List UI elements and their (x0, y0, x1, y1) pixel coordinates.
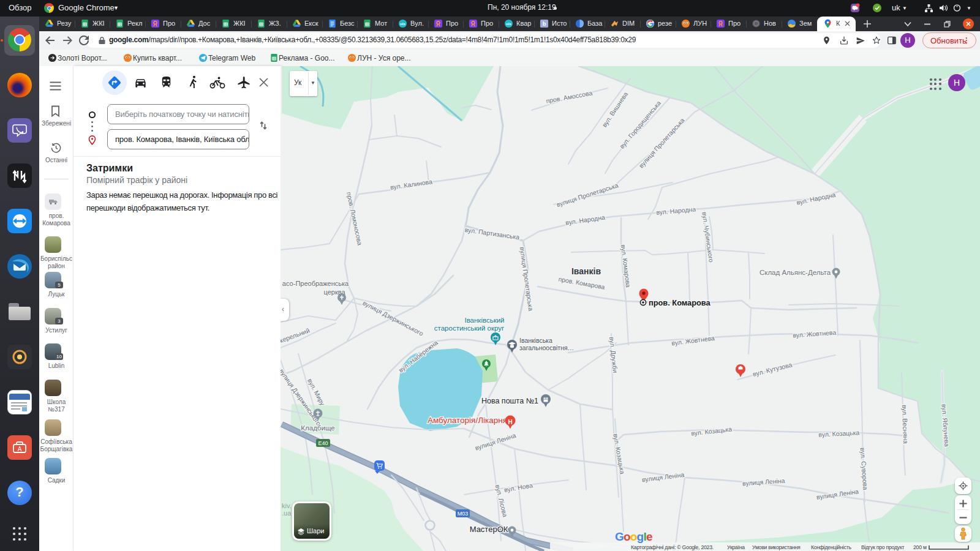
svg-text:A: A (18, 446, 22, 452)
svg-text:МастерОК: МастерОК (470, 525, 508, 534)
svg-text:E40: E40 (318, 440, 328, 446)
svg-text:b: b (543, 21, 546, 27)
svg-text:пров. Комарова: пров. Комарова (649, 298, 711, 307)
svg-text:старостинський округ: старостинський округ (434, 324, 504, 332)
svg-text:Амбулаторія/Лікарня: Амбулаторія/Лікарня (428, 416, 507, 425)
svg-text:H: H (508, 419, 512, 425)
svg-text:вул. Весняна: вул. Весняна (901, 405, 910, 444)
svg-text:olx: olx (506, 21, 511, 26)
svg-text:Іванківська: Іванківська (519, 337, 552, 344)
svg-text:Нова пошта №1: Нова пошта №1 (481, 397, 538, 405)
svg-text:M03: M03 (458, 511, 469, 517)
svg-text:Склад Альянс-Дельта: Склад Альянс-Дельта (760, 269, 831, 276)
svg-text:.ua: .ua (282, 509, 292, 517)
svg-text:Іванків: Іванків (571, 266, 601, 276)
svg-text:Іванківський: Іванківський (464, 317, 504, 324)
svg-text:Кладбище: Кладбище (301, 424, 334, 432)
svg-text:olx: olx (400, 21, 405, 26)
svg-text:загальноосвітня…: загальноосвітня… (519, 344, 574, 351)
svg-text:асо-Преображенська: асо-Преображенська (282, 280, 349, 287)
svg-text:kiv.: kiv. (282, 502, 292, 509)
